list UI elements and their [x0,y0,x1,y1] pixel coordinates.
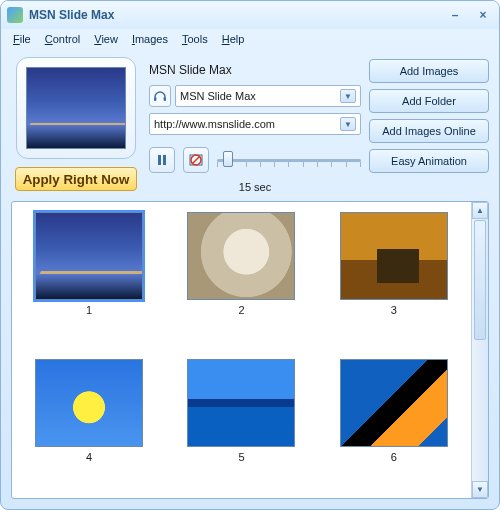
interval-slider[interactable] [217,150,361,170]
disable-image-icon [189,153,203,167]
slider-thumb[interactable] [223,151,233,167]
gallery: 1 2 3 4 5 6 [12,202,471,498]
thumbnail-number: 5 [238,451,244,463]
easy-animation-button[interactable]: Easy Animation [369,149,489,173]
thumbnail-image [35,212,143,300]
thumbnail-image [340,359,448,447]
scroll-up-button[interactable]: ▲ [472,202,488,219]
headset-icon[interactable] [149,85,171,107]
gallery-item[interactable]: 4 [20,359,158,488]
thumbnail-number: 4 [86,451,92,463]
gallery-item[interactable]: 2 [172,212,310,341]
app-window: MSN Slide Max – × File Control View Imag… [0,0,500,510]
gallery-item[interactable]: 5 [172,359,310,488]
scroll-handle[interactable] [474,220,486,340]
menu-help[interactable]: Help [216,31,251,47]
add-images-button[interactable]: Add Images [369,59,489,83]
menu-tools[interactable]: Tools [176,31,214,47]
thumbnail-image [187,212,295,300]
add-images-online-button[interactable]: Add Images Online [369,119,489,143]
chevron-down-icon[interactable]: ▼ [340,117,356,131]
toolbar-area: Apply Right Now MSN Slide Max MSN Slide … [1,51,499,195]
add-folder-button[interactable]: Add Folder [369,89,489,113]
nickname-combo[interactable]: MSN Slide Max ▼ [175,85,361,107]
gallery-pane: 1 2 3 4 5 6 ▲ [11,201,489,499]
nickname-heading: MSN Slide Max [149,63,361,77]
preview-column: Apply Right Now [11,57,141,193]
actions-column: Add Images Add Folder Add Images Online … [369,57,489,193]
svg-rect-0 [154,97,156,101]
thumbnail-image [340,212,448,300]
app-icon [7,7,23,23]
pause-button[interactable] [149,147,175,173]
gallery-scrollbar[interactable]: ▲ ▼ [471,202,488,498]
pause-icon [156,154,168,166]
gallery-item[interactable]: 1 [20,212,158,341]
nickname-combo-value: MSN Slide Max [180,90,256,102]
thumbnail-number: 6 [391,451,397,463]
menu-control[interactable]: Control [39,31,86,47]
url-combo[interactable]: http://www.msnslide.com ▼ [149,113,361,135]
titlebar: MSN Slide Max – × [1,1,499,29]
gallery-item[interactable]: 3 [325,212,463,341]
scroll-down-button[interactable]: ▼ [472,481,488,498]
thumbnail-number: 1 [86,304,92,316]
apply-button[interactable]: Apply Right Now [15,167,137,191]
preview-frame [16,57,136,159]
thumbnail-image [187,359,295,447]
menu-view[interactable]: View [88,31,124,47]
svg-rect-1 [164,97,166,101]
menu-file[interactable]: File [7,31,37,47]
svg-rect-2 [158,155,161,165]
disable-image-button[interactable] [183,147,209,173]
svg-rect-3 [163,155,166,165]
menubar: File Control View Images Tools Help [1,29,499,51]
thumbnail-number: 2 [238,304,244,316]
minimize-button[interactable]: – [445,7,465,23]
svg-line-6 [192,156,200,164]
preview-image [26,67,126,149]
url-value: http://www.msnslide.com [154,118,275,130]
menu-images[interactable]: Images [126,31,174,47]
window-title: MSN Slide Max [29,8,445,22]
settings-column: MSN Slide Max MSN Slide Max ▼ http://www… [149,57,361,193]
interval-label: 15 sec [149,181,361,193]
thumbnail-image [35,359,143,447]
thumbnail-number: 3 [391,304,397,316]
close-button[interactable]: × [473,7,493,23]
chevron-down-icon[interactable]: ▼ [340,89,356,103]
gallery-item[interactable]: 6 [325,359,463,488]
